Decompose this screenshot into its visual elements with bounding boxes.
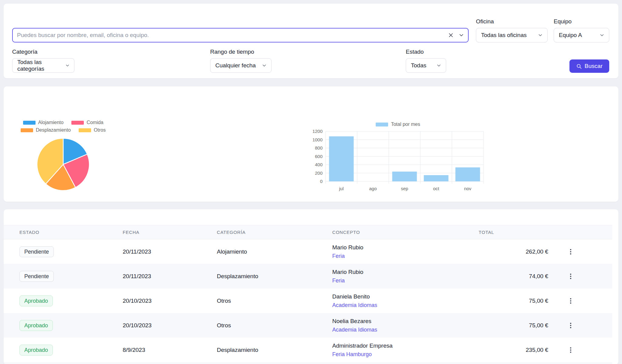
estado-cell: Aprobado — [16, 345, 119, 356]
filters-card: Oficina Todas las oficinas Equipo Equipo… — [4, 4, 618, 78]
categoria-selected-value: Todas las categorías — [17, 59, 65, 72]
column-header-total: Total — [474, 230, 548, 235]
legend-item-otros[interactable]: Otros — [79, 127, 106, 133]
legend-swatch-icon — [71, 121, 84, 125]
legend-item-total-por-mes[interactable]: Total por mes — [376, 122, 420, 127]
expenses-table: Estado Fecha Categoría Concepto Total Pe… — [4, 225, 612, 364]
x-icon[interactable] — [448, 32, 454, 39]
chevron-down-icon — [538, 32, 543, 38]
oficina-select[interactable]: Todas las oficinas — [476, 28, 548, 42]
bar-sep — [392, 172, 417, 181]
table-row: Aprobado20/10/2023OtrosDaniela BenitoAca… — [4, 288, 612, 313]
concepto-link[interactable]: Feria — [332, 253, 474, 259]
search-input[interactable] — [12, 28, 469, 42]
total-cell: 235,00 € — [474, 347, 548, 353]
total-cell: 75,00 € — [474, 322, 548, 329]
bar-chart: 020040060080010001200julagosepoctnov — [309, 128, 487, 194]
bar-nov — [455, 167, 480, 181]
legend-item-alojamiento[interactable]: Alojamiento — [23, 120, 64, 125]
equipo-label: Equipo — [554, 18, 609, 25]
y-axis-tick-label: 1200 — [313, 129, 323, 134]
bar-legend: Total por mes — [376, 122, 420, 127]
table-row: Aprobado8/9/2023DesplazamientoAdministra… — [4, 338, 612, 362]
categoria-cell: Desplazamiento — [213, 347, 329, 353]
fecha-cell: 20/10/2023 — [119, 322, 213, 329]
total-cell: 262,00 € — [474, 248, 548, 255]
legend-swatch-icon — [79, 128, 91, 132]
x-axis-tick-label: nov — [464, 186, 472, 191]
concepto-link[interactable]: Feria — [332, 278, 474, 284]
legend-swatch-icon — [21, 128, 33, 132]
legend-item-desplazamiento[interactable]: Desplazamiento — [21, 127, 71, 133]
table-body: Pendiente20/11/2023AlojamientoMario Rubi… — [4, 239, 612, 364]
concepto-cell: Mario RubioFeria — [329, 244, 474, 259]
concepto-cell: Mario RubioFeria — [329, 269, 474, 284]
oficina-selected-value: Todas las oficinas — [481, 32, 527, 39]
buscar-button[interactable]: Buscar — [569, 59, 609, 73]
column-header-estado: Estado — [16, 230, 119, 235]
categoria-cell: Desplazamiento — [213, 273, 329, 280]
equipo-select[interactable]: Equipo A — [554, 28, 609, 42]
status-badge: Pendiente — [19, 271, 54, 282]
categoria-cell: Otros — [213, 322, 329, 329]
table-row-partial — [4, 362, 612, 364]
table-header: Estado Fecha Categoría Concepto Total — [4, 225, 612, 239]
rango-selected-value: Cualquier fecha — [215, 62, 256, 69]
pie-legend: AlojamientoComidaDesplazamientoOtros — [21, 120, 106, 133]
categoria-select[interactable]: Todas las categorías — [12, 58, 74, 73]
estado-selected-value: Todas — [411, 62, 426, 69]
status-badge: Aprobado — [19, 320, 53, 331]
chevron-down-icon — [599, 32, 605, 38]
table-row: Aprobado20/10/2023OtrosNoelia BezaresAca… — [4, 313, 612, 338]
actions-cell — [548, 345, 612, 355]
search-box — [12, 28, 469, 42]
concepto-link[interactable]: Academia Idiomas — [332, 327, 474, 333]
chevron-down-icon[interactable] — [458, 32, 464, 38]
kebab-menu-icon[interactable] — [566, 345, 576, 355]
legend-row: AlojamientoComida — [23, 120, 104, 125]
table-row: Pendiente20/11/2023DesplazamientoMario R… — [4, 264, 612, 288]
chevron-down-icon — [65, 63, 70, 68]
rango-select[interactable]: Cualquier fecha — [210, 58, 272, 73]
total-cell: 74,00 € — [474, 273, 548, 280]
kebab-menu-icon[interactable] — [566, 271, 576, 281]
categoria-cell: Alojamiento — [213, 248, 329, 255]
column-header-concepto: Concepto — [329, 230, 474, 235]
actions-cell — [548, 320, 612, 331]
actions-cell — [548, 271, 612, 281]
fecha-cell: 20/10/2023 — [119, 298, 213, 304]
fecha-cell: 8/9/2023 — [119, 347, 213, 353]
legend-label: Comida — [87, 120, 103, 125]
estado-label: Estado — [406, 49, 569, 55]
oficina-field: Oficina Todas las oficinas — [476, 18, 548, 42]
status-badge: Aprobado — [19, 345, 53, 356]
pie-chart-block: AlojamientoComidaDesplazamientoOtros — [9, 120, 118, 202]
kebab-menu-icon[interactable] — [566, 247, 576, 257]
legend-swatch-icon — [376, 123, 388, 126]
total-cell: 75,00 € — [474, 298, 548, 304]
concepto-cell: Administrador EmpresaFeria Hamburgo — [329, 342, 474, 358]
column-header-fecha: Fecha — [119, 230, 213, 235]
legend-item-comida[interactable]: Comida — [71, 120, 103, 125]
x-axis-tick-label: sep — [401, 186, 408, 191]
expenses-page: Oficina Todas las oficinas Equipo Equipo… — [0, 4, 622, 364]
estado-cell: Pendiente — [16, 246, 119, 257]
estado-select[interactable]: Todas — [406, 58, 446, 73]
legend-label: Alojamiento — [38, 120, 64, 125]
concepto-nombre: Mario Rubio — [332, 269, 474, 275]
status-badge: Aprobado — [19, 295, 53, 306]
y-axis-tick-label: 800 — [315, 145, 323, 150]
estado-cell: Aprobado — [16, 295, 119, 306]
bar-jul — [329, 136, 354, 182]
x-axis-tick-label: ago — [369, 186, 377, 191]
concepto-link[interactable]: Academia Idiomas — [332, 302, 474, 308]
concepto-link[interactable]: Feria Hamburgo — [332, 351, 474, 358]
legend-row: DesplazamientoOtros — [21, 127, 106, 133]
kebab-menu-icon[interactable] — [566, 320, 576, 331]
bar-chart-block: Total por mes 020040060080010001200julag… — [309, 122, 487, 202]
kebab-menu-icon[interactable] — [566, 296, 576, 306]
search-icon — [576, 63, 582, 69]
fecha-cell: 20/11/2023 — [119, 248, 213, 255]
y-axis-tick-label: 600 — [315, 154, 323, 159]
estado-field: Estado Todas — [406, 49, 569, 73]
